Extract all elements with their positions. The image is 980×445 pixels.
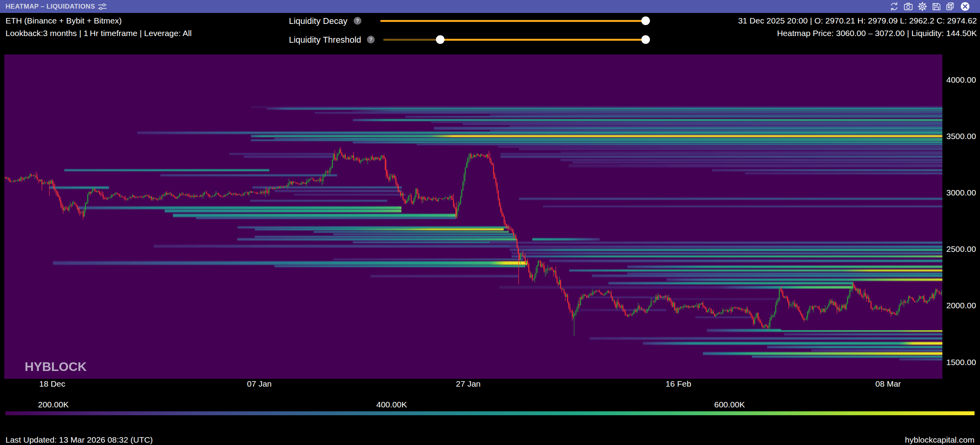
svg-text:HYBLOCK: HYBLOCK [25, 360, 87, 374]
